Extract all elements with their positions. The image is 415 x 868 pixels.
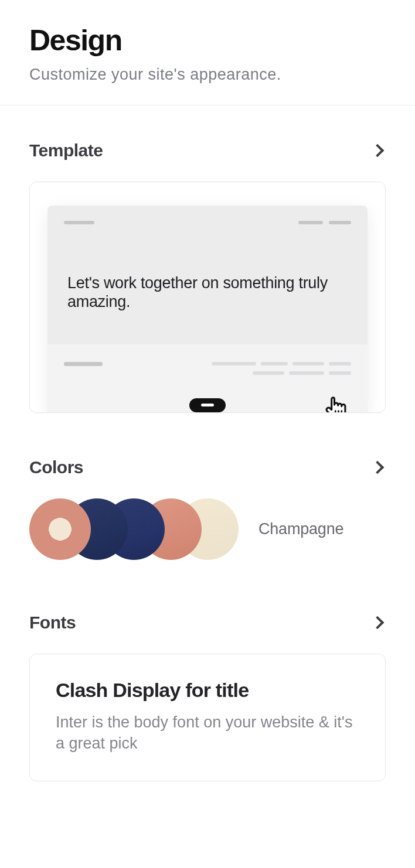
colors-section-header[interactable]: Colors <box>29 457 386 477</box>
chevron-right-icon <box>371 616 385 630</box>
preview-skeleton-line <box>329 362 351 365</box>
preview-skeleton-line <box>212 362 256 365</box>
preview-skeleton-nav-item <box>329 221 351 224</box>
template-preview-card[interactable]: Let's work together on something truly a… <box>29 182 386 413</box>
fonts-section-header[interactable]: Fonts <box>29 613 386 633</box>
preview-skeleton-line <box>292 362 324 365</box>
colors-section: Colors Champagne <box>0 425 415 572</box>
preview-skeleton-paragraph <box>212 362 351 375</box>
preview-skeleton-label <box>64 362 103 366</box>
template-preview-heading: Let's work together on something truly a… <box>64 274 351 312</box>
template-preview-frame: Let's work together on something truly a… <box>47 206 368 412</box>
section-title-colors: Colors <box>29 457 83 477</box>
preview-skeleton-line <box>261 362 288 365</box>
preview-skeleton-nav <box>298 221 351 224</box>
section-title-template: Template <box>29 141 103 160</box>
hand-cursor-icon <box>320 392 353 413</box>
fonts-section: Fonts Clash Display for title Inter is t… <box>0 572 415 816</box>
preview-skeleton-logo <box>64 221 94 224</box>
font-title-preview: Clash Display for title <box>56 679 359 702</box>
color-palette-row[interactable]: Champagne <box>29 498 386 560</box>
preview-skeleton-nav-item <box>298 221 323 224</box>
page-header: Design Customize your site's appearance. <box>0 0 415 105</box>
page-title: Design <box>29 23 386 57</box>
color-swatch-stack <box>29 498 239 560</box>
chevron-right-icon <box>371 144 385 158</box>
color-swatch <box>29 498 91 560</box>
template-section: Template Let's work together on somethin… <box>0 105 415 425</box>
preview-skeleton-line <box>253 371 284 375</box>
page-subtitle: Customize your site's appearance. <box>29 66 386 84</box>
preview-cta-button <box>189 398 226 412</box>
color-palette-name: Champagne <box>258 520 343 538</box>
preview-skeleton-line <box>329 371 351 375</box>
chevron-right-icon <box>371 461 385 474</box>
preview-topbar <box>64 221 351 224</box>
font-body-preview: Inter is the body font on your website &… <box>56 712 359 754</box>
preview-skeleton-line <box>289 371 324 375</box>
template-section-header[interactable]: Template <box>29 141 386 160</box>
section-title-fonts: Fonts <box>29 613 76 633</box>
fonts-preview-card[interactable]: Clash Display for title Inter is the bod… <box>29 654 386 781</box>
